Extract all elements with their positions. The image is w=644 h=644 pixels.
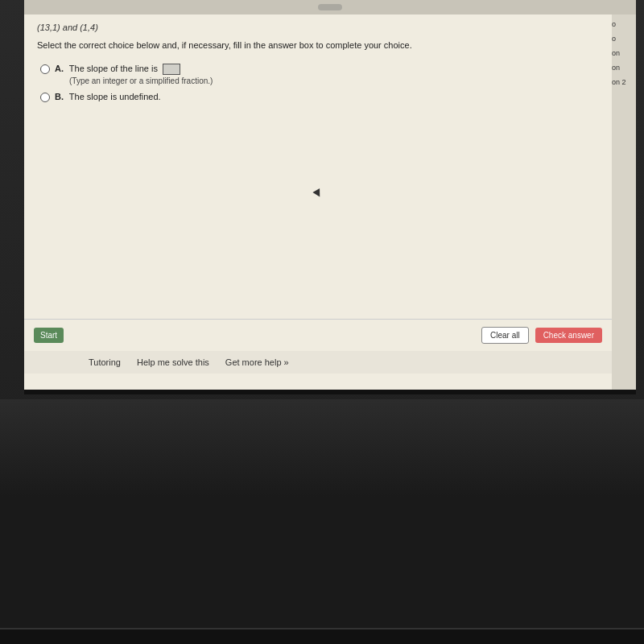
choice-b-radio[interactable] xyxy=(40,93,50,102)
screen-area: Questio Questio Question Question Questi… xyxy=(24,0,636,394)
help-me-solve-link[interactable]: Help me solve this xyxy=(137,357,209,367)
instruction-text: Select the correct choice below and, if … xyxy=(37,39,599,52)
check-answer-button[interactable]: Check answer xyxy=(535,328,602,343)
laptop-bezel: ▤ M ✕ acer ⬜ □□ ⚙ ☺ ◂ ▾ ▸ * ○ xyxy=(0,399,644,644)
choice-a-text: The slope of the line is xyxy=(69,64,158,73)
help-bar: Tutoring Help me solve this Get more hel… xyxy=(24,351,612,374)
breadcrumb: (13,1) and (1,4) xyxy=(37,23,599,32)
bottom-edge xyxy=(0,628,644,644)
bottom-toolbar: Start Clear all Check answer xyxy=(24,319,612,351)
choice-a-row: A. The slope of the line is (Type an int… xyxy=(40,64,599,85)
choice-b-label: B. xyxy=(55,92,64,101)
laptop-shell: Questio Questio Question Question Questi… xyxy=(0,0,644,644)
choice-b-row: B. The slope is undefined. xyxy=(40,92,599,102)
tutoring-link[interactable]: Tutoring xyxy=(89,357,121,367)
answer-input-box[interactable] xyxy=(163,64,180,75)
top-bar-dots xyxy=(318,4,342,10)
choice-a-hint: (Type an integer or a simplified fractio… xyxy=(69,76,213,85)
choices-container: A. The slope of the line is (Type an int… xyxy=(40,64,599,102)
top-bar xyxy=(24,0,636,14)
choice-a-radio[interactable] xyxy=(40,64,50,74)
choice-b-text: The slope is undefined. xyxy=(69,92,161,101)
screen-content: Questio Questio Question Question Questi… xyxy=(24,0,636,390)
clear-all-button[interactable]: Clear all xyxy=(481,327,529,344)
start-button[interactable]: Start xyxy=(34,328,64,343)
choice-a-label: A. xyxy=(55,64,64,73)
mouse-cursor xyxy=(312,188,323,199)
get-more-help-link[interactable]: Get more help » xyxy=(225,357,289,367)
